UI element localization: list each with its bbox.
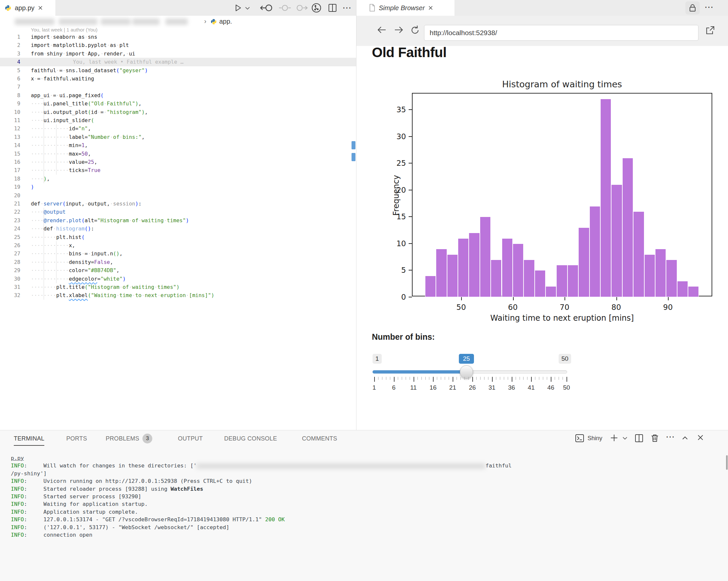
terminal-link[interactable]: p.py [11, 454, 24, 462]
slider-tick [539, 377, 539, 380]
tab-app-py[interactable]: app.py [0, 0, 56, 16]
close-icon[interactable] [38, 5, 43, 10]
code-line: 9····ui.panel_title("Old·Faithful"), [0, 100, 356, 108]
slider-tick [433, 377, 434, 382]
split-terminal-icon[interactable] [634, 433, 644, 443]
redacted-path [197, 464, 486, 469]
x-tick [668, 297, 669, 300]
breadcrumb[interactable]: › app. [0, 16, 356, 28]
reload-icon[interactable] [410, 25, 420, 35]
chevron-right-icon: › [204, 18, 206, 25]
slider-min-badge: 1 [372, 354, 382, 364]
slider-tick-label: 26 [469, 384, 475, 391]
python-icon [5, 5, 11, 11]
histogram-bar [633, 211, 644, 297]
slider-tick [527, 377, 527, 380]
tab-simple-browser[interactable]: Simple Browser [357, 0, 455, 16]
new-terminal-icon[interactable] [610, 433, 618, 442]
code-line: 15············max=50, [0, 150, 356, 158]
slider-tick [421, 377, 422, 380]
x-tick [513, 297, 514, 300]
open-external-icon[interactable] [705, 26, 715, 35]
panel-tab-problems[interactable]: PROBLEMS 3 [106, 430, 152, 447]
kill-terminal-trash-icon[interactable] [651, 433, 659, 443]
slider-tick [508, 377, 508, 380]
slider-tick [488, 377, 488, 380]
file-icon [369, 4, 375, 12]
panel-more-actions-icon[interactable]: ⋯ [666, 432, 675, 442]
code-line: 19) [0, 183, 356, 191]
source-control-graph-icon[interactable] [311, 3, 322, 13]
vscode-window: app.py ⋯ › app. You, last week | 1 autho… [0, 0, 728, 581]
browser-more-actions-icon[interactable]: ⋯ [704, 3, 713, 12]
code-line: 3from·shiny·import·App,·render,·ui [0, 50, 356, 58]
url-input[interactable] [424, 25, 699, 41]
slider-tick-label: 50 [563, 384, 570, 391]
x-tick-label: 90 [663, 303, 673, 312]
slider-label: Number of bins: [372, 332, 435, 342]
histogram-bar [502, 238, 513, 297]
tab-label: app.py [15, 4, 34, 12]
slider-tick-label: 11 [410, 384, 417, 391]
code-line: 7 [0, 83, 356, 91]
code-line: 27············bins·=·input.n(), [0, 249, 356, 258]
terminal-scrollbar[interactable] [726, 455, 728, 470]
terminal-line: INFO: Application startup complete. [11, 508, 138, 516]
panel-tab-comments[interactable]: COMMENTS [302, 430, 337, 447]
code-line: 25········plt.hist( [0, 233, 356, 242]
panel-tab-terminal[interactable]: TERMINAL [14, 430, 44, 447]
panel-tab-debug-console[interactable]: DEBUG CONSOLE [224, 430, 277, 447]
terminal-profile[interactable]: Shiny [575, 433, 602, 443]
chart-xlabel: Waiting time to next eruption [mins] [413, 314, 711, 323]
x-tick-label: 50 [456, 303, 466, 312]
editor-group-lock-icon[interactable] [685, 1, 700, 15]
close-panel-icon[interactable] [697, 434, 704, 441]
terminal-line: INFO: Will watch for changes in these di… [11, 462, 512, 470]
breadcrumb-redacted-segment [15, 18, 54, 25]
slider-tick [429, 377, 429, 380]
slider-tick [523, 377, 523, 380]
histogram-bar [546, 286, 556, 297]
code-line: 11····ui.input_slider( [0, 116, 356, 125]
slider-tick [551, 377, 551, 382]
y-tick [409, 136, 412, 137]
slider-handle[interactable] [460, 365, 473, 378]
overview-ruler-mark [352, 141, 356, 149]
editor-more-actions-icon[interactable]: ⋯ [342, 3, 352, 12]
histogram-bar [469, 233, 479, 297]
slider-tick [445, 377, 445, 380]
maximize-panel-icon[interactable] [682, 435, 688, 440]
breadcrumb-redacted-segment [59, 18, 98, 25]
run-dropdown-chevron-icon[interactable] [245, 6, 250, 10]
histogram-bar [491, 260, 501, 297]
bins-slider[interactable]: 1 50 25 16111621263136414650 [372, 351, 575, 397]
histogram-bar [622, 158, 633, 297]
code-editor[interactable]: You, last week | 1 author (You) 1import·… [0, 28, 356, 430]
terminal-line: INFO: Waiting for application startup. [11, 500, 148, 508]
slider-tick [558, 377, 559, 380]
split-editor-icon[interactable] [328, 3, 337, 12]
forward-icon[interactable] [393, 25, 404, 35]
panel-tab-output[interactable]: OUTPUT [178, 430, 203, 447]
terminal-dropdown-chevron-icon[interactable] [622, 436, 628, 440]
y-tick-label: 30 [390, 132, 406, 141]
panel-tab-ports[interactable]: PORTS [66, 430, 87, 447]
step-over-icon [278, 4, 291, 12]
histogram-bar [655, 249, 666, 297]
y-tick-label: 25 [390, 159, 406, 167]
histogram-bar [600, 99, 611, 297]
breadcrumb-file[interactable]: app. [219, 18, 232, 25]
histogram-bar [458, 238, 469, 297]
step-back-icon[interactable] [259, 4, 273, 12]
close-icon[interactable] [428, 5, 433, 10]
slider-tick [378, 377, 379, 380]
code-line: 4You, last week • Faithful example … [0, 58, 356, 66]
back-icon[interactable] [376, 25, 388, 35]
problems-count-badge: 3 [142, 433, 152, 444]
run-button[interactable] [234, 4, 242, 12]
terminal-output[interactable]: p.pyINFO: Will watch for changes in thes… [0, 447, 728, 581]
code-line: 21def·server(input,·output,·session): [0, 200, 356, 208]
code-line: 1import·seaborn·as·sns [0, 33, 356, 42]
slider-tick [492, 377, 493, 382]
slider-max-badge: 50 [558, 354, 571, 364]
